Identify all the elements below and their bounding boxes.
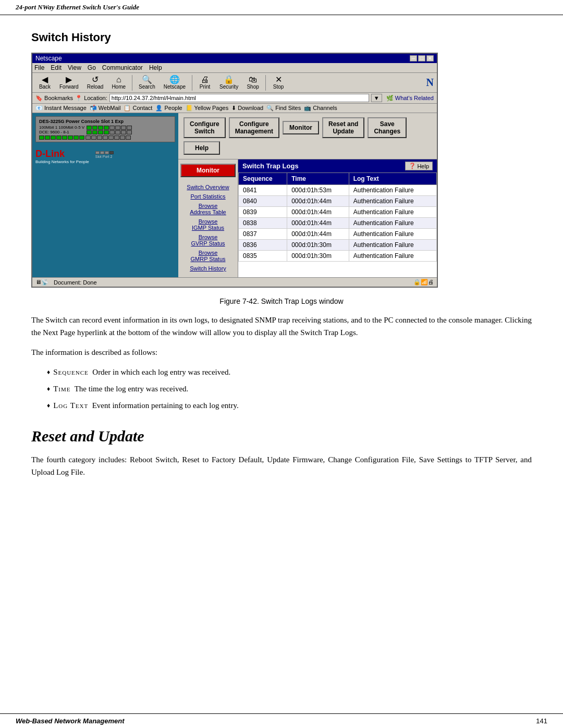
reset-update-button[interactable]: Reset andUpdate [322,117,364,138]
monitor-sidebar-button[interactable]: Monitor [180,164,236,177]
content-area: Monitor Switch Overview Port Statistics … [178,159,437,277]
people-link[interactable]: 👤 People [155,105,182,112]
dlink-logo: D-Link [35,149,89,159]
search-button[interactable]: 🔍 Search [136,75,158,91]
table-row: 0841 000d:01h:53m Authentication Failure [239,185,437,196]
switch-device: DES-3225G Power Console Slot 1 Exp 100Mb… [35,116,175,142]
trap-logs-header: Switch Trap Logs ❓ Help [238,159,437,172]
help-button[interactable]: Help [183,141,220,155]
netscape-label: Netscape [164,84,186,90]
menu-help[interactable]: Help [149,64,162,71]
bookmarks-label: 🔖 Bookmarks [35,95,73,102]
body-para-2: The information is described as follows: [31,346,532,359]
nav-buttons-bar: ConfigureSwitch ConfigureManagement Moni… [178,113,437,159]
browser-toolbar: ◀ Back ▶ Forward ↺ Reload ⌂ Home 🔍 Searc… [32,73,437,93]
configure-switch-button[interactable]: ConfigureSwitch [183,117,226,138]
maximize-button[interactable]: □ [418,55,425,61]
toolbar-separator3 [265,75,266,91]
menu-go[interactable]: Go [88,64,96,71]
minimize-button[interactable]: ─ [410,55,417,61]
list-item: Time The time the log entry was received… [47,382,532,395]
footer-right: 141 [536,717,547,725]
device-model: DES-3225G Power Console Slot 1 Exp [39,119,172,124]
menu-communicator[interactable]: Communicator [102,64,143,71]
shop-icon: 🛍 [249,76,257,84]
find-sites-link[interactable]: 🔍 Find Sites [266,105,301,112]
download-link[interactable]: ⬇ Download [231,105,263,112]
sidebar-port-statistics[interactable]: Port Statistics [180,192,236,201]
browser-window: Netscape ─ □ ✕ File Edit View Go Communi… [31,53,438,288]
trap-logs-help-button[interactable]: ❓ Help [405,162,433,170]
back-icon: ◀ [42,76,48,84]
security-button[interactable]: 🔒 Security [216,75,241,91]
stop-button[interactable]: ✕ Stop [269,75,288,91]
sidebar-switch-history[interactable]: Switch History [180,264,236,273]
cell-log: Authentication Failure [349,185,436,196]
sidebar-gvrp-status[interactable]: BrowseGVRP Status [180,232,236,248]
statusbar-right-icons: 🔒📶🖨 [413,279,434,286]
search-label: Search [139,84,155,90]
close-button[interactable]: ✕ [426,55,434,61]
figure-caption: Figure 7-42. Switch Trap Logs window [31,297,532,305]
sidebar-address-table[interactable]: BrowseAddress Table [180,201,236,217]
section1-title: Switch History [31,31,532,44]
switch-image-area: DES-3225G Power Console Slot 1 Exp 100Mb… [32,113,178,277]
help-icon: ❓ [409,163,416,169]
sidebar-switch-overview[interactable]: Switch Overview [180,182,236,192]
channels-link[interactable]: 📺 Channels [304,105,337,112]
menu-edit[interactable]: Edit [51,64,62,71]
cell-seq: 0840 [239,196,287,207]
cell-time: 000d:01h:44m [287,207,349,218]
shop-label: Shop [247,84,259,90]
forward-button[interactable]: ▶ Forward [56,75,82,91]
shop-button[interactable]: 🛍 Shop [243,75,262,91]
forward-icon: ▶ [66,76,72,84]
cell-log: Authentication Failure [349,251,436,262]
stop-label: Stop [273,84,284,90]
cell-time: 000d:01h:53m [287,185,349,196]
sidebar-igmp-status[interactable]: BrowseIGMP Status [180,217,236,232]
netscape-button[interactable]: 🌐 Netscape [161,75,189,91]
dlink-tagline: Building Networks for People [35,159,89,164]
sidebar: Monitor Switch Overview Port Statistics … [178,159,238,277]
col-sequence: Sequence [239,173,287,185]
cell-log: Authentication Failure [349,229,436,240]
home-button[interactable]: ⌂ Home [108,75,129,91]
trap-logs-table: Sequence Time Log Text 0841 000d:01h:53m… [238,172,437,262]
footer-left: Web-Based Network Management [16,717,125,725]
monitor-nav-button[interactable]: Monitor [283,121,319,134]
location-input[interactable] [109,94,369,102]
reload-button[interactable]: ↺ Reload [84,75,107,91]
cell-seq: 0837 [239,229,287,240]
print-label: Print [200,84,211,90]
cell-log: Authentication Failure [349,218,436,229]
contact-link[interactable]: 📋 Contact [124,105,152,112]
security-icon: 🔒 [224,76,234,84]
location-bar: 🔖 Bookmarks 📍 Location: ▼ 🌿 What's Relat… [32,93,437,104]
home-label: Home [112,84,126,90]
cell-seq: 0839 [239,207,287,218]
menu-file[interactable]: File [34,64,44,71]
window-controls[interactable]: ─ □ ✕ [410,55,434,61]
print-button[interactable]: 🖨 Print [195,75,214,91]
back-button[interactable]: ◀ Back [35,75,54,91]
toolbar-separator [132,75,132,91]
cell-log: Authentication Failure [349,207,436,218]
reload-icon: ↺ [92,76,99,84]
security-label: Security [219,84,238,90]
instant-message-link[interactable]: 📧 Instant Message [35,105,87,112]
list-item: Log Text Event information pertaining to… [47,399,532,412]
configure-management-button[interactable]: ConfigureManagement [229,117,279,138]
cell-time: 000d:01h:30m [287,251,349,262]
browser-menubar: File Edit View Go Communicator Help [32,63,437,73]
location-go-button[interactable]: ▼ [371,94,382,102]
table-row: 0837 000d:01h:44m Authentication Failure [239,229,437,240]
sidebar-gmrp-status[interactable]: BrowseGMRP Status [180,248,236,264]
cell-seq: 0841 [239,185,287,196]
statusbar-text: Document: Done [54,279,97,286]
yellow-pages-link[interactable]: 📒 Yellow Pages [186,105,229,112]
whats-related-link[interactable]: 🌿 What's Related [386,95,434,102]
menu-view[interactable]: View [68,64,81,71]
webmail-link[interactable]: 📬 WebMail [90,105,121,112]
save-changes-button[interactable]: SaveChanges [368,117,407,138]
